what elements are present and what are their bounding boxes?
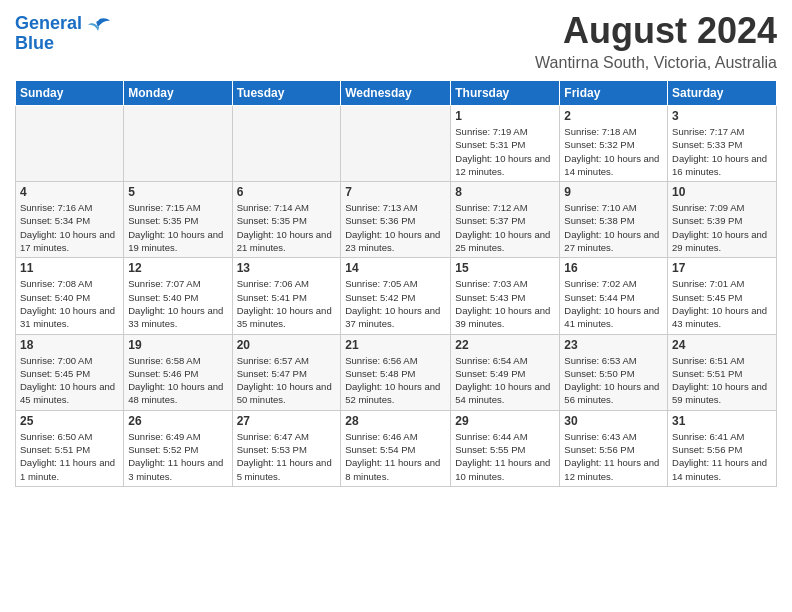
calendar-cell: 29Sunrise: 6:44 AMSunset: 5:55 PMDayligh… bbox=[451, 410, 560, 486]
day-number: 11 bbox=[20, 261, 119, 275]
day-number: 19 bbox=[128, 338, 227, 352]
day-number: 29 bbox=[455, 414, 555, 428]
day-number: 3 bbox=[672, 109, 772, 123]
calendar-cell: 1Sunrise: 7:19 AMSunset: 5:31 PMDaylight… bbox=[451, 106, 560, 182]
calendar-cell bbox=[341, 106, 451, 182]
day-info: Sunrise: 7:03 AMSunset: 5:43 PMDaylight:… bbox=[455, 277, 555, 330]
sub-title: Wantirna South, Victoria, Australia bbox=[535, 54, 777, 72]
day-info: Sunrise: 6:43 AMSunset: 5:56 PMDaylight:… bbox=[564, 430, 663, 483]
col-header-saturday: Saturday bbox=[668, 81, 777, 106]
day-info: Sunrise: 7:13 AMSunset: 5:36 PMDaylight:… bbox=[345, 201, 446, 254]
day-info: Sunrise: 6:54 AMSunset: 5:49 PMDaylight:… bbox=[455, 354, 555, 407]
day-number: 5 bbox=[128, 185, 227, 199]
day-number: 2 bbox=[564, 109, 663, 123]
day-number: 12 bbox=[128, 261, 227, 275]
col-header-wednesday: Wednesday bbox=[341, 81, 451, 106]
day-info: Sunrise: 7:09 AMSunset: 5:39 PMDaylight:… bbox=[672, 201, 772, 254]
day-info: Sunrise: 7:06 AMSunset: 5:41 PMDaylight:… bbox=[237, 277, 337, 330]
title-block: August 2024 Wantirna South, Victoria, Au… bbox=[535, 10, 777, 72]
calendar-cell: 6Sunrise: 7:14 AMSunset: 5:35 PMDaylight… bbox=[232, 182, 341, 258]
day-number: 31 bbox=[672, 414, 772, 428]
calendar-cell: 3Sunrise: 7:17 AMSunset: 5:33 PMDaylight… bbox=[668, 106, 777, 182]
day-info: Sunrise: 7:05 AMSunset: 5:42 PMDaylight:… bbox=[345, 277, 446, 330]
day-number: 25 bbox=[20, 414, 119, 428]
main-title: August 2024 bbox=[535, 10, 777, 52]
col-header-thursday: Thursday bbox=[451, 81, 560, 106]
calendar-cell: 31Sunrise: 6:41 AMSunset: 5:56 PMDayligh… bbox=[668, 410, 777, 486]
calendar-cell: 14Sunrise: 7:05 AMSunset: 5:42 PMDayligh… bbox=[341, 258, 451, 334]
day-info: Sunrise: 7:08 AMSunset: 5:40 PMDaylight:… bbox=[20, 277, 119, 330]
logo: GeneralBlue bbox=[15, 10, 112, 54]
day-number: 17 bbox=[672, 261, 772, 275]
day-info: Sunrise: 7:07 AMSunset: 5:40 PMDaylight:… bbox=[128, 277, 227, 330]
day-info: Sunrise: 7:02 AMSunset: 5:44 PMDaylight:… bbox=[564, 277, 663, 330]
day-info: Sunrise: 6:41 AMSunset: 5:56 PMDaylight:… bbox=[672, 430, 772, 483]
day-info: Sunrise: 6:47 AMSunset: 5:53 PMDaylight:… bbox=[237, 430, 337, 483]
calendar-cell: 22Sunrise: 6:54 AMSunset: 5:49 PMDayligh… bbox=[451, 334, 560, 410]
calendar-cell: 2Sunrise: 7:18 AMSunset: 5:32 PMDaylight… bbox=[560, 106, 668, 182]
day-info: Sunrise: 6:51 AMSunset: 5:51 PMDaylight:… bbox=[672, 354, 772, 407]
day-info: Sunrise: 7:01 AMSunset: 5:45 PMDaylight:… bbox=[672, 277, 772, 330]
week-row-1: 1Sunrise: 7:19 AMSunset: 5:31 PMDaylight… bbox=[16, 106, 777, 182]
calendar-cell bbox=[16, 106, 124, 182]
calendar-cell: 26Sunrise: 6:49 AMSunset: 5:52 PMDayligh… bbox=[124, 410, 232, 486]
day-number: 6 bbox=[237, 185, 337, 199]
day-number: 14 bbox=[345, 261, 446, 275]
day-number: 9 bbox=[564, 185, 663, 199]
col-header-tuesday: Tuesday bbox=[232, 81, 341, 106]
calendar-cell: 18Sunrise: 7:00 AMSunset: 5:45 PMDayligh… bbox=[16, 334, 124, 410]
day-number: 28 bbox=[345, 414, 446, 428]
calendar-cell: 8Sunrise: 7:12 AMSunset: 5:37 PMDaylight… bbox=[451, 182, 560, 258]
calendar-cell: 13Sunrise: 7:06 AMSunset: 5:41 PMDayligh… bbox=[232, 258, 341, 334]
calendar-cell: 7Sunrise: 7:13 AMSunset: 5:36 PMDaylight… bbox=[341, 182, 451, 258]
day-info: Sunrise: 6:49 AMSunset: 5:52 PMDaylight:… bbox=[128, 430, 227, 483]
day-info: Sunrise: 7:12 AMSunset: 5:37 PMDaylight:… bbox=[455, 201, 555, 254]
logo-bird-icon bbox=[84, 15, 112, 43]
week-row-4: 18Sunrise: 7:00 AMSunset: 5:45 PMDayligh… bbox=[16, 334, 777, 410]
week-row-3: 11Sunrise: 7:08 AMSunset: 5:40 PMDayligh… bbox=[16, 258, 777, 334]
col-header-monday: Monday bbox=[124, 81, 232, 106]
day-info: Sunrise: 6:46 AMSunset: 5:54 PMDaylight:… bbox=[345, 430, 446, 483]
calendar-cell: 25Sunrise: 6:50 AMSunset: 5:51 PMDayligh… bbox=[16, 410, 124, 486]
calendar-cell: 20Sunrise: 6:57 AMSunset: 5:47 PMDayligh… bbox=[232, 334, 341, 410]
week-row-5: 25Sunrise: 6:50 AMSunset: 5:51 PMDayligh… bbox=[16, 410, 777, 486]
calendar-cell: 12Sunrise: 7:07 AMSunset: 5:40 PMDayligh… bbox=[124, 258, 232, 334]
day-info: Sunrise: 6:44 AMSunset: 5:55 PMDaylight:… bbox=[455, 430, 555, 483]
calendar-cell: 23Sunrise: 6:53 AMSunset: 5:50 PMDayligh… bbox=[560, 334, 668, 410]
day-info: Sunrise: 7:00 AMSunset: 5:45 PMDaylight:… bbox=[20, 354, 119, 407]
day-number: 18 bbox=[20, 338, 119, 352]
calendar-cell: 28Sunrise: 6:46 AMSunset: 5:54 PMDayligh… bbox=[341, 410, 451, 486]
day-number: 27 bbox=[237, 414, 337, 428]
day-number: 16 bbox=[564, 261, 663, 275]
calendar-cell: 4Sunrise: 7:16 AMSunset: 5:34 PMDaylight… bbox=[16, 182, 124, 258]
col-header-friday: Friday bbox=[560, 81, 668, 106]
calendar-cell: 19Sunrise: 6:58 AMSunset: 5:46 PMDayligh… bbox=[124, 334, 232, 410]
day-number: 23 bbox=[564, 338, 663, 352]
calendar-cell bbox=[232, 106, 341, 182]
calendar-cell: 15Sunrise: 7:03 AMSunset: 5:43 PMDayligh… bbox=[451, 258, 560, 334]
calendar-cell: 5Sunrise: 7:15 AMSunset: 5:35 PMDaylight… bbox=[124, 182, 232, 258]
calendar-cell: 9Sunrise: 7:10 AMSunset: 5:38 PMDaylight… bbox=[560, 182, 668, 258]
day-number: 24 bbox=[672, 338, 772, 352]
calendar-cell: 16Sunrise: 7:02 AMSunset: 5:44 PMDayligh… bbox=[560, 258, 668, 334]
calendar-cell: 11Sunrise: 7:08 AMSunset: 5:40 PMDayligh… bbox=[16, 258, 124, 334]
day-info: Sunrise: 7:16 AMSunset: 5:34 PMDaylight:… bbox=[20, 201, 119, 254]
day-info: Sunrise: 7:19 AMSunset: 5:31 PMDaylight:… bbox=[455, 125, 555, 178]
day-info: Sunrise: 7:15 AMSunset: 5:35 PMDaylight:… bbox=[128, 201, 227, 254]
day-info: Sunrise: 7:17 AMSunset: 5:33 PMDaylight:… bbox=[672, 125, 772, 178]
calendar-cell: 21Sunrise: 6:56 AMSunset: 5:48 PMDayligh… bbox=[341, 334, 451, 410]
calendar-cell: 30Sunrise: 6:43 AMSunset: 5:56 PMDayligh… bbox=[560, 410, 668, 486]
day-number: 26 bbox=[128, 414, 227, 428]
day-number: 4 bbox=[20, 185, 119, 199]
calendar-table: SundayMondayTuesdayWednesdayThursdayFrid… bbox=[15, 80, 777, 487]
day-number: 7 bbox=[345, 185, 446, 199]
calendar-cell: 27Sunrise: 6:47 AMSunset: 5:53 PMDayligh… bbox=[232, 410, 341, 486]
day-info: Sunrise: 6:57 AMSunset: 5:47 PMDaylight:… bbox=[237, 354, 337, 407]
day-info: Sunrise: 7:10 AMSunset: 5:38 PMDaylight:… bbox=[564, 201, 663, 254]
day-number: 21 bbox=[345, 338, 446, 352]
day-info: Sunrise: 6:53 AMSunset: 5:50 PMDaylight:… bbox=[564, 354, 663, 407]
day-number: 1 bbox=[455, 109, 555, 123]
calendar-cell: 24Sunrise: 6:51 AMSunset: 5:51 PMDayligh… bbox=[668, 334, 777, 410]
calendar-cell: 17Sunrise: 7:01 AMSunset: 5:45 PMDayligh… bbox=[668, 258, 777, 334]
calendar-header-row: SundayMondayTuesdayWednesdayThursdayFrid… bbox=[16, 81, 777, 106]
